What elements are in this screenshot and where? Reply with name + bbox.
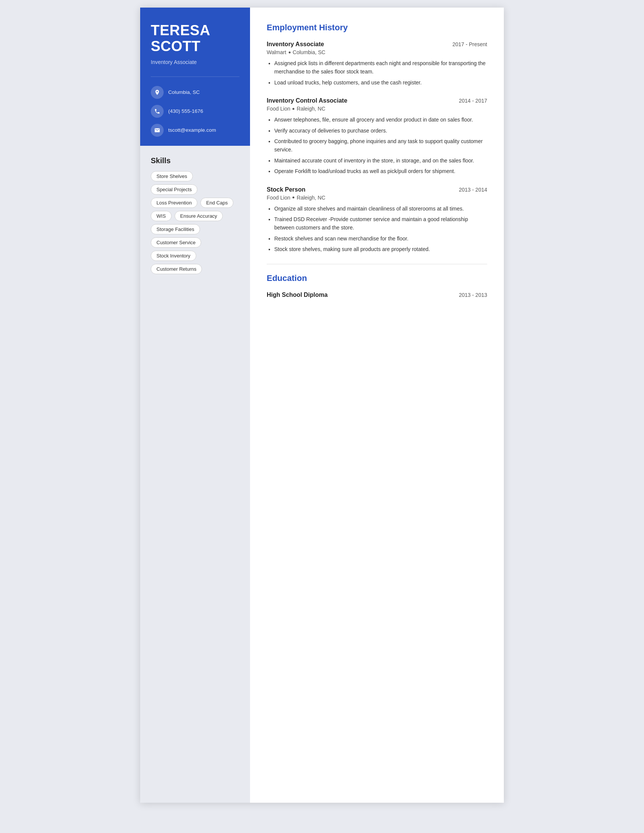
job-header: Stock Person2013 - 2014 [267, 186, 487, 193]
phone-text: (430) 555-1676 [168, 108, 203, 114]
company-name: Walmart [267, 49, 287, 55]
bullet-item: Answer telephones, file, ensure all groc… [274, 116, 487, 124]
bullet-item: Organize all store shelves and maintain … [274, 204, 487, 213]
job-title: Inventory Associate [267, 41, 324, 48]
bullet-item: Operate Forklift to load/unload trucks a… [274, 167, 487, 175]
edu-degree: High School Diploma [267, 291, 328, 298]
name-line1: TERESA [151, 23, 210, 38]
job-dates: 2014 - 2017 [459, 98, 487, 104]
job-title: Stock Person [267, 186, 305, 193]
job-block: Stock Person2013 - 2014Food LionRaleigh,… [267, 186, 487, 254]
company-name: Food Lion [267, 106, 290, 112]
skill-tag: Ensure Accuracy [175, 211, 223, 221]
company-location: Columbia, SC [293, 49, 325, 55]
job-bullets: Answer telephones, file, ensure all groc… [267, 116, 487, 175]
job-block: Inventory Control Associate2014 - 2017Fo… [267, 97, 487, 175]
bullet-item: Stock store shelves, making sure all pro… [274, 245, 487, 253]
separator-dot [293, 108, 295, 110]
employment-section-title: Employment History [267, 23, 487, 34]
skill-tag: Customer Returns [151, 264, 202, 274]
company-name: Food Lion [267, 195, 290, 201]
education-container: High School Diploma2013 - 2013 [267, 291, 487, 298]
phone-icon [151, 105, 164, 118]
job-bullets: Assigned pick lists in different departm… [267, 59, 487, 87]
sidebar-header: TERESA SCOTT Inventory Associate [140, 8, 250, 77]
bullet-item: Restock shelves and scan new merchandise… [274, 234, 487, 243]
section-divider [267, 264, 487, 264]
skill-tag: Special Projects [151, 184, 197, 195]
contact-email: tscott@example.com [151, 124, 240, 137]
edu-dates: 2013 - 2013 [459, 292, 487, 298]
skill-tag: Store Shelves [151, 171, 193, 182]
job-header: Inventory Associate2017 - Present [267, 41, 487, 48]
sidebar: TERESA SCOTT Inventory Associate Columbi… [140, 8, 250, 803]
separator-dot [289, 51, 291, 53]
job-dates: 2013 - 2014 [459, 187, 487, 193]
job-bullets: Organize all store shelves and maintain … [267, 204, 487, 254]
job-block: Inventory Associate2017 - PresentWalmart… [267, 41, 487, 87]
separator-dot [293, 196, 295, 198]
contact-phone: (430) 555-1676 [151, 105, 240, 118]
job-title: Inventory Control Associate [267, 97, 348, 104]
job-company: Food LionRaleigh, NC [267, 195, 487, 201]
skill-tag: Storage Facilities [151, 224, 200, 234]
job-header: Inventory Control Associate2014 - 2017 [267, 97, 487, 104]
bullet-item: Contributed to grocery bagging, phone in… [274, 137, 487, 154]
main-content: Employment History Inventory Associate20… [250, 8, 504, 803]
skill-tag: Stock Inventory [151, 251, 196, 261]
email-text: tscott@example.com [168, 127, 216, 133]
job-company: WalmartColumbia, SC [267, 49, 487, 55]
job-company: Food LionRaleigh, NC [267, 106, 487, 112]
candidate-name: TERESA SCOTT [151, 23, 240, 55]
education-section-title: Education [267, 273, 487, 285]
bullet-item: Verify accuracy of deliveries to purchas… [274, 127, 487, 135]
location-text: Columbia, SC [168, 89, 200, 95]
bullet-item: Load unload trucks, help customers, and … [274, 78, 487, 87]
location-icon [151, 86, 164, 99]
jobs-container: Inventory Associate2017 - PresentWalmart… [267, 41, 487, 253]
skills-section: Skills Store ShelvesSpecial ProjectsLoss… [140, 146, 250, 803]
contact-section: Columbia, SC (430) 555-1676 tscott@examp… [140, 77, 250, 146]
edu-block: High School Diploma2013 - 2013 [267, 291, 487, 298]
job-dates: 2017 - Present [452, 41, 487, 47]
skill-tag: Loss Prevention [151, 198, 197, 208]
contact-location: Columbia, SC [151, 86, 240, 99]
bullet-item: Maintained accurate count of inventory i… [274, 156, 487, 165]
skills-heading: Skills [151, 156, 240, 165]
bullet-item: Trained DSD Receiver -Provide customer s… [274, 215, 487, 232]
email-icon [151, 124, 164, 137]
skills-list: Store ShelvesSpecial ProjectsLoss Preven… [151, 171, 240, 274]
name-line2: SCOTT [151, 38, 200, 54]
candidate-title: Inventory Associate [151, 59, 240, 65]
company-location: Raleigh, NC [296, 106, 325, 112]
bullet-item: Assigned pick lists in different departm… [274, 59, 487, 76]
company-location: Raleigh, NC [296, 195, 325, 201]
resume-wrapper: TERESA SCOTT Inventory Associate Columbi… [140, 8, 504, 803]
skill-tag: Customer Service [151, 237, 201, 248]
skill-tag: WIS [151, 211, 172, 221]
skill-tag: End Caps [200, 198, 233, 208]
